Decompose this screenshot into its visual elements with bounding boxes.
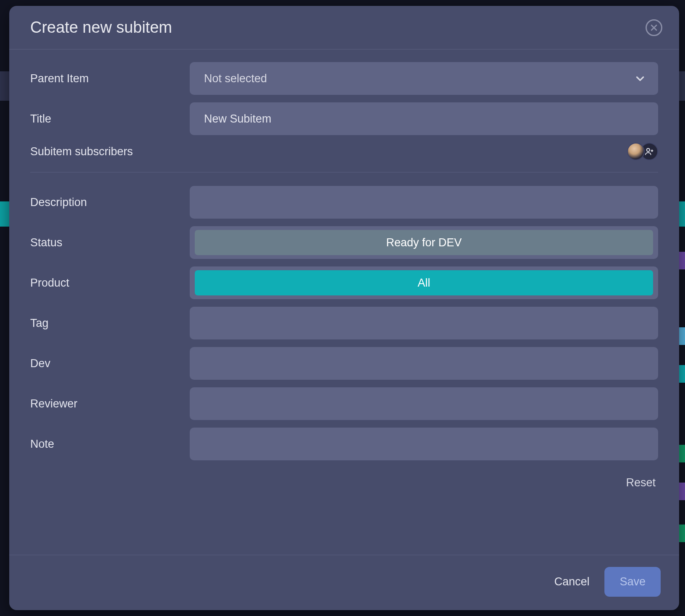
row-title: Title <box>30 102 658 135</box>
label-note: Note <box>30 438 190 451</box>
label-subscribers: Subitem subscribers <box>30 145 190 158</box>
row-tag: Tag <box>30 307 658 339</box>
label-dev: Dev <box>30 357 190 370</box>
label-reviewer: Reviewer <box>30 397 190 410</box>
svg-point-0 <box>647 149 650 151</box>
subscribers-control <box>190 143 658 160</box>
divider <box>30 172 658 172</box>
description-input[interactable] <box>190 186 658 219</box>
row-status: Status Ready for DEV <box>30 226 658 259</box>
row-parent-item: Parent Item Not selected <box>30 62 658 95</box>
subscriber-avatar[interactable] <box>627 143 645 160</box>
row-subscribers: Subitem subscribers <box>30 143 658 160</box>
status-pill[interactable]: Ready for DEV <box>195 230 653 255</box>
add-person-icon <box>645 147 654 156</box>
reset-link[interactable]: Reset <box>626 476 656 489</box>
title-input[interactable] <box>190 102 658 135</box>
parent-item-select[interactable]: Not selected <box>190 62 658 95</box>
label-tag: Tag <box>30 317 190 330</box>
row-dev: Dev <box>30 347 658 380</box>
row-note: Note <box>30 428 658 460</box>
reset-row: Reset <box>30 468 658 502</box>
tag-input[interactable] <box>190 307 658 339</box>
note-input[interactable] <box>190 428 658 460</box>
parent-item-value: Not selected <box>204 72 267 85</box>
reviewer-input[interactable] <box>190 387 658 420</box>
row-product: Product All <box>30 266 658 299</box>
row-reviewer: Reviewer <box>30 387 658 420</box>
label-parent-item: Parent Item <box>30 72 190 85</box>
status-control[interactable]: Ready for DEV <box>190 226 658 259</box>
save-button[interactable]: Save <box>604 567 661 597</box>
label-description: Description <box>30 196 190 209</box>
row-description: Description <box>30 186 658 219</box>
modal-header: Create new subitem <box>9 6 679 50</box>
modal-body: Parent Item Not selected Title Subitem s… <box>9 50 679 555</box>
create-subitem-modal: Create new subitem Parent Item Not selec… <box>9 6 679 610</box>
dev-input[interactable] <box>190 347 658 380</box>
label-status: Status <box>30 236 190 249</box>
label-title: Title <box>30 112 190 125</box>
close-button[interactable] <box>646 19 662 36</box>
label-product: Product <box>30 277 190 290</box>
chevron-down-icon <box>635 73 646 84</box>
cancel-button[interactable]: Cancel <box>554 575 589 588</box>
close-icon <box>650 23 658 32</box>
title-control <box>190 102 658 135</box>
product-pill[interactable]: All <box>195 270 653 295</box>
modal-footer: Cancel Save <box>9 555 679 610</box>
modal-title: Create new subitem <box>30 18 172 37</box>
product-control[interactable]: All <box>190 266 658 299</box>
